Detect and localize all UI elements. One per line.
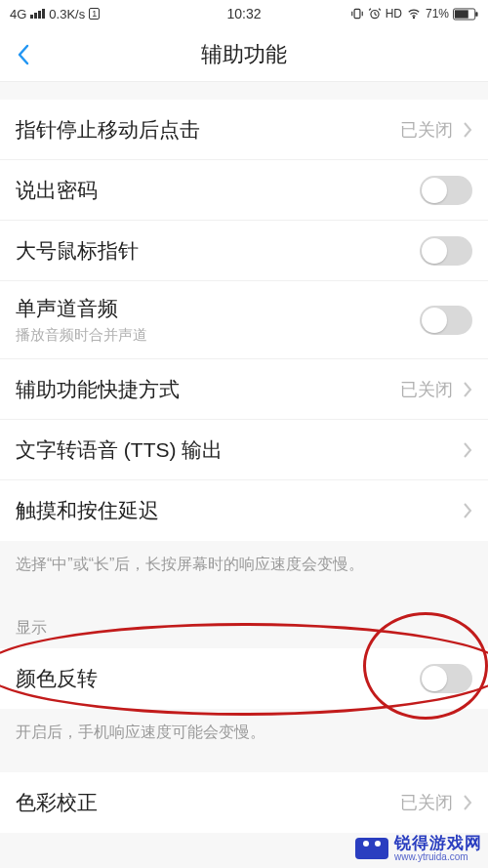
- toggle-color-invert[interactable]: [420, 664, 472, 693]
- settings-list-display2: 色彩校正 已关闭: [0, 772, 488, 833]
- chevron-right-icon: [463, 502, 472, 519]
- chevron-left-icon: [17, 43, 30, 66]
- settings-list-display: 颜色反转: [0, 648, 488, 709]
- row-label: 说出密码: [16, 177, 98, 204]
- invert-note: 开启后，手机响应速度可能会变慢。: [0, 709, 488, 772]
- back-button[interactable]: [0, 27, 47, 82]
- row-touch-hold-delay[interactable]: 触摸和按住延迟: [0, 480, 488, 541]
- toggle-large-cursor[interactable]: [420, 236, 472, 266]
- chevron-right-icon: [463, 794, 472, 811]
- row-pointer-click[interactable]: 指针停止移动后点击 已关闭: [0, 100, 488, 160]
- settings-list: 指针停止移动后点击 已关闭 说出密码 大号鼠标指针 单声道音频 播放音频时合并声…: [0, 100, 488, 541]
- watermark-text: 锐得游戏网: [394, 835, 482, 852]
- row-large-cursor[interactable]: 大号鼠标指针: [0, 221, 488, 281]
- row-label: 单声道音频: [16, 295, 147, 322]
- touch-hold-note: 选择“中”或“长”后，长按屏幕时的响应速度会变慢。: [0, 541, 488, 593]
- chevron-right-icon: [463, 381, 472, 398]
- watermark-logo-icon: [355, 838, 388, 859]
- row-label: 大号鼠标指针: [16, 237, 139, 265]
- row-color-invert[interactable]: 颜色反转: [0, 648, 488, 709]
- toggle-speak-password[interactable]: [420, 176, 472, 205]
- row-color-correction[interactable]: 色彩校正 已关闭: [0, 772, 488, 833]
- row-label: 颜色反转: [16, 665, 98, 692]
- page-title: 辅助功能: [0, 40, 488, 69]
- row-label: 色彩校正: [16, 789, 98, 816]
- chevron-right-icon: [463, 441, 472, 459]
- row-label: 辅助功能快捷方式: [16, 376, 180, 403]
- chevron-right-icon: [463, 121, 472, 139]
- row-mono-audio[interactable]: 单声道音频 播放音频时合并声道: [0, 281, 488, 359]
- toggle-mono-audio[interactable]: [420, 306, 472, 335]
- app-header: 辅助功能: [0, 27, 488, 82]
- spacer: [0, 82, 488, 100]
- row-label: 指针停止移动后点击: [16, 116, 200, 144]
- row-label: 触摸和按住延迟: [16, 497, 159, 524]
- watermark: 锐得游戏网 www.ytruida.com: [355, 835, 482, 862]
- clock-label: 10:32: [0, 6, 488, 21]
- value-text: 已关闭: [400, 118, 453, 142]
- section-header-display: 显示: [0, 593, 488, 648]
- watermark-url: www.ytruida.com: [394, 852, 468, 863]
- value-text: 已关闭: [400, 791, 453, 814]
- status-bar: 4G 0.3K/s 1 10:32 HD 71%: [0, 0, 488, 27]
- row-subtitle: 播放音频时合并声道: [16, 326, 147, 345]
- row-tts-output[interactable]: 文字转语音 (TTS) 输出: [0, 420, 488, 480]
- row-accessibility-shortcut[interactable]: 辅助功能快捷方式 已关闭: [0, 359, 488, 420]
- value-text: 已关闭: [400, 378, 453, 401]
- row-speak-password[interactable]: 说出密码: [0, 160, 488, 221]
- row-label: 文字转语音 (TTS) 输出: [16, 436, 223, 464]
